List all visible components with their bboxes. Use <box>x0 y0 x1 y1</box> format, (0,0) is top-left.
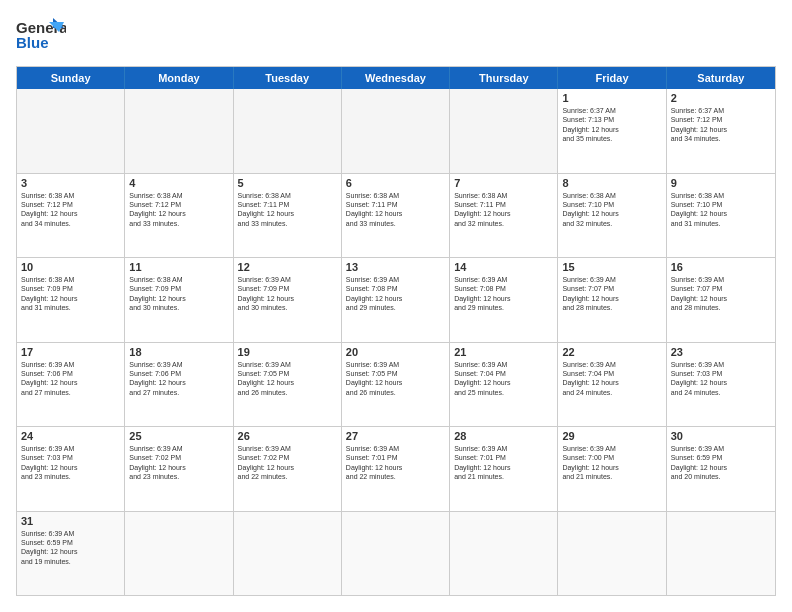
header-day-sunday: Sunday <box>17 67 125 89</box>
day-number: 17 <box>21 346 120 358</box>
calendar-cell-empty <box>342 512 450 596</box>
calendar-cell-empty <box>17 89 125 173</box>
day-info: Sunrise: 6:37 AM Sunset: 7:12 PM Dayligh… <box>671 106 771 144</box>
day-info: Sunrise: 6:39 AM Sunset: 7:04 PM Dayligh… <box>562 360 661 398</box>
page: GeneralBlue SundayMondayTuesdayWednesday… <box>0 0 792 612</box>
generalblue-logo-icon: GeneralBlue <box>16 16 66 56</box>
day-info: Sunrise: 6:39 AM Sunset: 7:06 PM Dayligh… <box>21 360 120 398</box>
day-number: 27 <box>346 430 445 442</box>
calendar-header: SundayMondayTuesdayWednesdayThursdayFrid… <box>17 67 775 89</box>
header: GeneralBlue <box>16 16 776 56</box>
calendar-week-1: 1Sunrise: 6:37 AM Sunset: 7:13 PM Daylig… <box>17 89 775 173</box>
day-number: 12 <box>238 261 337 273</box>
calendar-cell-26: 26Sunrise: 6:39 AM Sunset: 7:02 PM Dayli… <box>234 427 342 511</box>
calendar-cell-empty <box>450 89 558 173</box>
day-number: 19 <box>238 346 337 358</box>
day-number: 5 <box>238 177 337 189</box>
day-number: 15 <box>562 261 661 273</box>
calendar-cell-5: 5Sunrise: 6:38 AM Sunset: 7:11 PM Daylig… <box>234 174 342 258</box>
day-number: 26 <box>238 430 337 442</box>
calendar-cell-empty <box>234 512 342 596</box>
calendar-cell-2: 2Sunrise: 6:37 AM Sunset: 7:12 PM Daylig… <box>667 89 775 173</box>
day-number: 18 <box>129 346 228 358</box>
day-info: Sunrise: 6:39 AM Sunset: 7:08 PM Dayligh… <box>346 275 445 313</box>
calendar-cell-3: 3Sunrise: 6:38 AM Sunset: 7:12 PM Daylig… <box>17 174 125 258</box>
calendar-cell-30: 30Sunrise: 6:39 AM Sunset: 6:59 PM Dayli… <box>667 427 775 511</box>
day-info: Sunrise: 6:39 AM Sunset: 7:03 PM Dayligh… <box>21 444 120 482</box>
calendar-cell-19: 19Sunrise: 6:39 AM Sunset: 7:05 PM Dayli… <box>234 343 342 427</box>
header-day-tuesday: Tuesday <box>234 67 342 89</box>
day-number: 13 <box>346 261 445 273</box>
calendar-week-5: 24Sunrise: 6:39 AM Sunset: 7:03 PM Dayli… <box>17 426 775 511</box>
day-info: Sunrise: 6:38 AM Sunset: 7:12 PM Dayligh… <box>21 191 120 229</box>
day-info: Sunrise: 6:39 AM Sunset: 7:04 PM Dayligh… <box>454 360 553 398</box>
calendar-cell-empty <box>125 512 233 596</box>
logo: GeneralBlue <box>16 16 66 56</box>
day-number: 10 <box>21 261 120 273</box>
day-number: 4 <box>129 177 228 189</box>
day-info: Sunrise: 6:39 AM Sunset: 7:09 PM Dayligh… <box>238 275 337 313</box>
calendar-cell-14: 14Sunrise: 6:39 AM Sunset: 7:08 PM Dayli… <box>450 258 558 342</box>
calendar-cell-6: 6Sunrise: 6:38 AM Sunset: 7:11 PM Daylig… <box>342 174 450 258</box>
day-info: Sunrise: 6:39 AM Sunset: 7:01 PM Dayligh… <box>346 444 445 482</box>
calendar-cell-8: 8Sunrise: 6:38 AM Sunset: 7:10 PM Daylig… <box>558 174 666 258</box>
day-number: 8 <box>562 177 661 189</box>
day-number: 3 <box>21 177 120 189</box>
calendar-cell-9: 9Sunrise: 6:38 AM Sunset: 7:10 PM Daylig… <box>667 174 775 258</box>
calendar-cell-15: 15Sunrise: 6:39 AM Sunset: 7:07 PM Dayli… <box>558 258 666 342</box>
day-info: Sunrise: 6:39 AM Sunset: 7:05 PM Dayligh… <box>238 360 337 398</box>
day-info: Sunrise: 6:38 AM Sunset: 7:10 PM Dayligh… <box>671 191 771 229</box>
day-info: Sunrise: 6:38 AM Sunset: 7:09 PM Dayligh… <box>129 275 228 313</box>
header-day-wednesday: Wednesday <box>342 67 450 89</box>
svg-text:Blue: Blue <box>16 34 49 51</box>
calendar-cell-24: 24Sunrise: 6:39 AM Sunset: 7:03 PM Dayli… <box>17 427 125 511</box>
day-number: 24 <box>21 430 120 442</box>
day-info: Sunrise: 6:39 AM Sunset: 7:03 PM Dayligh… <box>671 360 771 398</box>
calendar-cell-12: 12Sunrise: 6:39 AM Sunset: 7:09 PM Dayli… <box>234 258 342 342</box>
header-day-saturday: Saturday <box>667 67 775 89</box>
calendar-cell-21: 21Sunrise: 6:39 AM Sunset: 7:04 PM Dayli… <box>450 343 558 427</box>
calendar-cell-25: 25Sunrise: 6:39 AM Sunset: 7:02 PM Dayli… <box>125 427 233 511</box>
day-number: 1 <box>562 92 661 104</box>
day-number: 29 <box>562 430 661 442</box>
calendar-cell-23: 23Sunrise: 6:39 AM Sunset: 7:03 PM Dayli… <box>667 343 775 427</box>
calendar-week-4: 17Sunrise: 6:39 AM Sunset: 7:06 PM Dayli… <box>17 342 775 427</box>
day-info: Sunrise: 6:39 AM Sunset: 7:02 PM Dayligh… <box>129 444 228 482</box>
calendar-cell-22: 22Sunrise: 6:39 AM Sunset: 7:04 PM Dayli… <box>558 343 666 427</box>
calendar: SundayMondayTuesdayWednesdayThursdayFrid… <box>16 66 776 596</box>
day-number: 23 <box>671 346 771 358</box>
day-number: 25 <box>129 430 228 442</box>
day-info: Sunrise: 6:38 AM Sunset: 7:11 PM Dayligh… <box>346 191 445 229</box>
calendar-cell-27: 27Sunrise: 6:39 AM Sunset: 7:01 PM Dayli… <box>342 427 450 511</box>
day-number: 11 <box>129 261 228 273</box>
calendar-cell-10: 10Sunrise: 6:38 AM Sunset: 7:09 PM Dayli… <box>17 258 125 342</box>
day-number: 16 <box>671 261 771 273</box>
day-info: Sunrise: 6:38 AM Sunset: 7:11 PM Dayligh… <box>454 191 553 229</box>
day-number: 6 <box>346 177 445 189</box>
day-number: 31 <box>21 515 120 527</box>
calendar-cell-empty <box>450 512 558 596</box>
day-info: Sunrise: 6:39 AM Sunset: 7:05 PM Dayligh… <box>346 360 445 398</box>
day-info: Sunrise: 6:39 AM Sunset: 7:00 PM Dayligh… <box>562 444 661 482</box>
header-day-friday: Friday <box>558 67 666 89</box>
calendar-cell-17: 17Sunrise: 6:39 AM Sunset: 7:06 PM Dayli… <box>17 343 125 427</box>
day-info: Sunrise: 6:39 AM Sunset: 7:01 PM Dayligh… <box>454 444 553 482</box>
day-number: 21 <box>454 346 553 358</box>
calendar-cell-1: 1Sunrise: 6:37 AM Sunset: 7:13 PM Daylig… <box>558 89 666 173</box>
calendar-cell-16: 16Sunrise: 6:39 AM Sunset: 7:07 PM Dayli… <box>667 258 775 342</box>
calendar-cell-20: 20Sunrise: 6:39 AM Sunset: 7:05 PM Dayli… <box>342 343 450 427</box>
day-info: Sunrise: 6:39 AM Sunset: 7:06 PM Dayligh… <box>129 360 228 398</box>
day-number: 7 <box>454 177 553 189</box>
day-info: Sunrise: 6:39 AM Sunset: 7:02 PM Dayligh… <box>238 444 337 482</box>
calendar-week-2: 3Sunrise: 6:38 AM Sunset: 7:12 PM Daylig… <box>17 173 775 258</box>
header-day-monday: Monday <box>125 67 233 89</box>
header-day-thursday: Thursday <box>450 67 558 89</box>
calendar-cell-4: 4Sunrise: 6:38 AM Sunset: 7:12 PM Daylig… <box>125 174 233 258</box>
day-number: 14 <box>454 261 553 273</box>
day-number: 30 <box>671 430 771 442</box>
calendar-week-6: 31Sunrise: 6:39 AM Sunset: 6:59 PM Dayli… <box>17 511 775 596</box>
day-info: Sunrise: 6:39 AM Sunset: 6:59 PM Dayligh… <box>671 444 771 482</box>
calendar-cell-13: 13Sunrise: 6:39 AM Sunset: 7:08 PM Dayli… <box>342 258 450 342</box>
calendar-cell-18: 18Sunrise: 6:39 AM Sunset: 7:06 PM Dayli… <box>125 343 233 427</box>
day-info: Sunrise: 6:38 AM Sunset: 7:09 PM Dayligh… <box>21 275 120 313</box>
